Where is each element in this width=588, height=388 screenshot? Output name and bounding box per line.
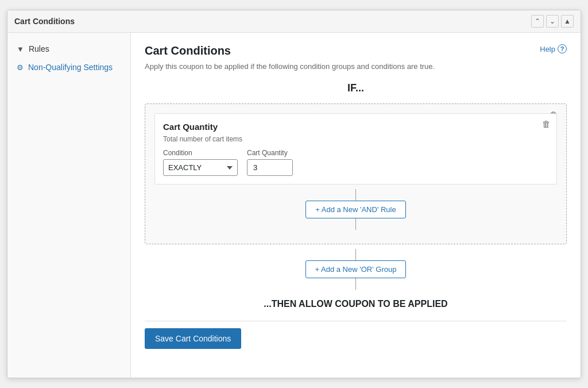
condition-select[interactable]: EXACTLY AT LEAST AT MOST MORE THAN LESS … (163, 159, 238, 176)
vert-line-2 (355, 218, 356, 230)
window-controls: ⌃ ⌄ ▲ (531, 15, 574, 28)
and-connector: + Add a New 'AND' Rule (154, 189, 557, 230)
condition-card-description: Total number of cart items (163, 135, 533, 143)
gear-icon: ⚙ (17, 63, 24, 72)
add-or-group-button[interactable]: + Add a New 'OR' Group (305, 260, 407, 278)
sidebar-item-rules[interactable]: ▼ Rules (7, 40, 130, 58)
help-link[interactable]: Help ? (540, 44, 567, 53)
condition-field-group: Condition EXACTLY AT LEAST AT MOST MORE … (163, 149, 238, 176)
sidebar-item-non-qualifying[interactable]: ⚙ Non-Qualifying Settings (7, 58, 130, 76)
vert-line-1 (355, 189, 356, 201)
sidebar-item-rules-label: Rules (29, 44, 49, 53)
save-cart-conditions-button[interactable]: Save Cart Conditions (145, 328, 241, 349)
vert-line-4 (355, 278, 356, 290)
condition-fields: Condition EXACTLY AT LEAST AT MOST MORE … (163, 149, 533, 176)
chevron-down-button[interactable]: ⌄ (546, 15, 559, 28)
quantity-input[interactable] (247, 159, 293, 176)
quantity-field-group: Cart Quantity (247, 149, 293, 176)
help-icon: ? (558, 44, 567, 53)
bottom-section: Save Cart Conditions (145, 321, 567, 349)
condition-group: 🗑 🗑 Cart Quantity Total number of cart i… (145, 103, 567, 244)
condition-card-delete-button[interactable]: 🗑 (542, 120, 551, 128)
page-title: Cart Conditions (145, 44, 231, 57)
or-connector: + Add a New 'OR' Group (145, 249, 567, 290)
vert-line-3 (355, 249, 356, 260)
content-area: Cart Conditions Help ? Apply this coupon… (131, 33, 581, 378)
condition-label: Condition (163, 149, 238, 157)
sidebar-item-nonqualifying-label: Non-Qualifying Settings (28, 63, 113, 72)
quantity-label: Cart Quantity (247, 149, 293, 157)
app-window: Cart Conditions ⌃ ⌄ ▲ ▼ Rules ⚙ Non-Qual… (7, 10, 581, 378)
condition-card-title: Cart Quantity (163, 122, 533, 132)
filter-icon: ▼ (17, 45, 24, 53)
chevron-up-button[interactable]: ⌃ (531, 15, 544, 28)
subtitle: Apply this coupon to be applied if the f… (145, 62, 567, 71)
expand-button[interactable]: ▲ (561, 15, 574, 28)
if-label: IF... (145, 82, 567, 94)
help-label: Help (540, 45, 555, 53)
content-header: Cart Conditions Help ? (145, 44, 567, 57)
add-and-rule-button[interactable]: + Add a New 'AND' Rule (305, 201, 405, 218)
condition-card: 🗑 Cart Quantity Total number of cart ite… (154, 113, 557, 185)
title-bar: Cart Conditions ⌃ ⌄ ▲ (7, 10, 581, 33)
sidebar: ▼ Rules ⚙ Non-Qualifying Settings (7, 33, 131, 378)
window-title: Cart Conditions (14, 17, 75, 26)
then-label: ...THEN ALLOW COUPON TO BE APPLIED (145, 299, 567, 309)
main-layout: ▼ Rules ⚙ Non-Qualifying Settings Cart C… (7, 33, 581, 378)
